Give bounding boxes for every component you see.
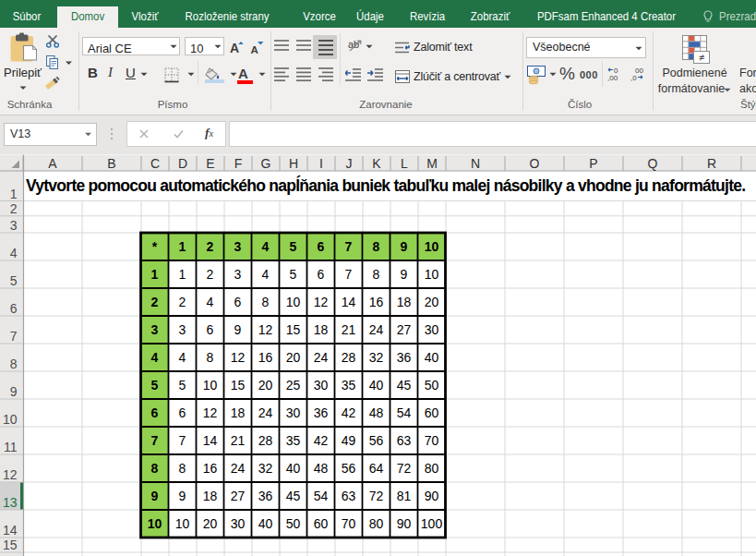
svg-text:45: 45 (286, 489, 301, 503)
svg-text:4: 4 (10, 246, 18, 260)
svg-text:10: 10 (3, 412, 18, 427)
svg-text:Vytvorte pomocou automatického: Vytvorte pomocou automatického napĺňania… (26, 175, 745, 195)
svg-text:4: 4 (262, 267, 270, 282)
svg-text:24: 24 (258, 405, 273, 420)
svg-text:J: J (346, 156, 353, 171)
svg-text:12: 12 (3, 467, 18, 482)
svg-text:49: 49 (342, 433, 356, 448)
svg-text:9: 9 (151, 489, 159, 503)
svg-text:36: 36 (258, 489, 273, 503)
svg-text:8: 8 (373, 239, 380, 254)
svg-text:50: 50 (286, 516, 301, 531)
svg-text:32: 32 (369, 350, 384, 365)
svg-text:35: 35 (342, 378, 356, 393)
svg-text:36: 36 (397, 350, 412, 365)
svg-text:3: 3 (10, 218, 18, 233)
svg-text:45: 45 (397, 378, 412, 393)
svg-text:7: 7 (179, 433, 186, 448)
svg-text:9: 9 (10, 384, 18, 399)
svg-text:60: 60 (314, 516, 329, 531)
svg-text:4: 4 (179, 350, 186, 365)
svg-text:O: O (530, 156, 540, 171)
svg-text:30: 30 (286, 405, 301, 420)
svg-text:A: A (48, 156, 57, 171)
svg-text:5: 5 (290, 267, 297, 282)
svg-text:15: 15 (231, 378, 246, 393)
svg-text:D: D (178, 156, 187, 171)
svg-text:81: 81 (397, 489, 412, 503)
svg-text:16: 16 (258, 350, 273, 365)
svg-text:18: 18 (397, 295, 412, 309)
svg-text:48: 48 (314, 461, 329, 476)
svg-text:8: 8 (151, 461, 159, 476)
svg-text:90: 90 (397, 516, 412, 531)
svg-text:8: 8 (207, 350, 214, 365)
svg-text:63: 63 (342, 489, 356, 503)
svg-text:72: 72 (369, 489, 384, 503)
svg-text:5: 5 (151, 378, 159, 393)
svg-text:27: 27 (397, 322, 412, 337)
svg-text:5: 5 (10, 273, 18, 288)
svg-text:21: 21 (231, 433, 246, 448)
svg-text:10: 10 (148, 516, 162, 531)
svg-text:2: 2 (151, 295, 159, 309)
svg-text:3: 3 (234, 267, 242, 282)
svg-text:6: 6 (234, 295, 242, 309)
svg-text:27: 27 (231, 489, 246, 503)
svg-text:6: 6 (10, 301, 18, 316)
svg-text:8: 8 (179, 461, 186, 476)
svg-text:10: 10 (203, 378, 218, 393)
svg-text:1: 1 (179, 239, 186, 254)
svg-text:80: 80 (369, 516, 384, 531)
svg-text:48: 48 (369, 405, 384, 420)
svg-text:8: 8 (373, 267, 380, 282)
svg-text:,0: ,0 (630, 74, 637, 81)
svg-text:*: * (152, 239, 158, 254)
svg-text:24: 24 (369, 322, 384, 337)
svg-text:2: 2 (10, 201, 18, 216)
svg-text:Q: Q (648, 156, 658, 171)
svg-text:16: 16 (369, 295, 384, 309)
svg-text:42: 42 (342, 405, 356, 420)
svg-text:3: 3 (179, 322, 186, 337)
svg-text:3: 3 (151, 322, 159, 337)
svg-text:28: 28 (258, 433, 273, 448)
svg-text:15: 15 (3, 538, 18, 552)
svg-text:4: 4 (207, 295, 214, 309)
svg-text:32: 32 (258, 461, 273, 476)
svg-text:6: 6 (318, 267, 325, 282)
svg-text:20: 20 (258, 378, 273, 393)
svg-text:8: 8 (10, 357, 18, 371)
svg-text:14: 14 (342, 295, 356, 309)
svg-text:G: G (261, 156, 271, 171)
svg-text:18: 18 (231, 405, 246, 420)
svg-text:40: 40 (369, 378, 384, 393)
svg-text:K: K (372, 156, 381, 171)
svg-text:12: 12 (258, 322, 273, 337)
svg-text:24: 24 (231, 461, 246, 476)
svg-text:7: 7 (151, 433, 159, 448)
svg-text:100: 100 (421, 516, 443, 531)
svg-text:6: 6 (207, 322, 214, 337)
svg-text:,00: ,00 (607, 74, 618, 81)
svg-text:63: 63 (397, 433, 412, 448)
svg-text:28: 28 (342, 350, 356, 365)
svg-text:40: 40 (286, 461, 301, 476)
svg-text:5: 5 (290, 239, 297, 254)
svg-text:E: E (206, 156, 214, 171)
svg-text:9: 9 (234, 322, 242, 337)
svg-text:13: 13 (3, 495, 18, 510)
svg-text:1: 1 (151, 267, 159, 282)
svg-text:I: I (319, 156, 323, 171)
svg-text:9: 9 (401, 267, 408, 282)
svg-text:18: 18 (203, 489, 218, 503)
svg-text:2: 2 (207, 267, 214, 282)
svg-text:6: 6 (151, 405, 159, 420)
svg-text:15: 15 (286, 322, 301, 337)
svg-text:50: 50 (425, 378, 439, 393)
svg-text:70: 70 (342, 516, 356, 531)
svg-text:54: 54 (314, 489, 329, 503)
svg-text:90: 90 (425, 489, 439, 503)
svg-text:56: 56 (369, 433, 384, 448)
svg-text:11: 11 (4, 440, 18, 454)
